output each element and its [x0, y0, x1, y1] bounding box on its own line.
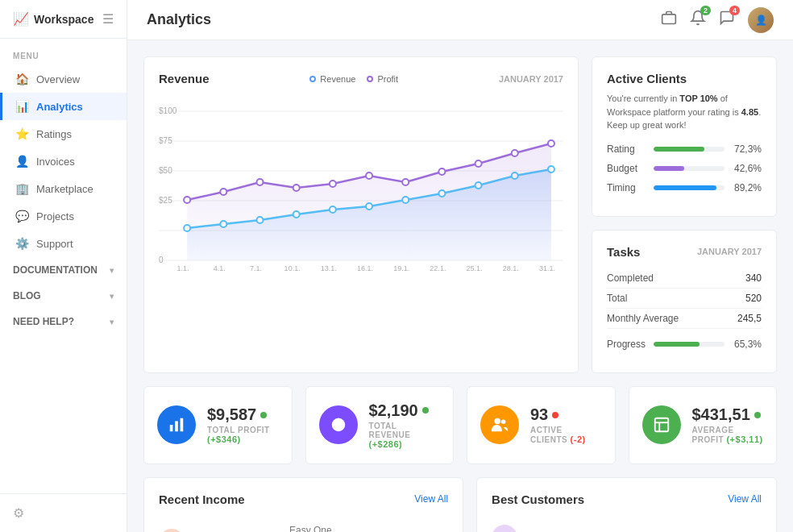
projects-icon: 💬 — [15, 210, 28, 222]
tasks-card: Tasks JANUARY 2017 Completed 340 Total 5… — [592, 230, 777, 373]
rating-value: 4.85 — [741, 107, 758, 117]
sidebar-item-analytics[interactable]: 📊 Analytics — [0, 93, 127, 120]
sidebar-item-label-projects: Projects — [36, 210, 74, 222]
chat-icon[interactable]: 4 — [719, 10, 735, 30]
clients-icon-wrap — [480, 405, 519, 444]
svg-text:10.1.: 10.1. — [284, 264, 301, 272]
timing-progress-row: Timing 89,2% — [607, 182, 762, 193]
sidebar-help-collapse[interactable]: NEED HELP? ▾ — [0, 309, 127, 335]
sidebar-item-invoices[interactable]: 👤 Invoices — [0, 148, 127, 175]
svg-text:0: 0 — [159, 256, 164, 264]
content-area: Revenue Revenue Profit JANUARY 2017 — [127, 40, 793, 532]
sidebar-docs-collapse[interactable]: DOCUMENTATION ▾ — [0, 257, 127, 283]
svg-rect-48 — [175, 421, 178, 431]
main-content: Analytics 2 4 👤 — [127, 0, 793, 532]
total-val: 520 — [745, 293, 762, 304]
invoices-icon: 👤 — [15, 155, 28, 168]
timing-fill — [654, 185, 716, 190]
sidebar-header: 📈 Workspace ☰ — [0, 0, 127, 39]
logo-text: Workspace — [34, 13, 93, 26]
svg-text:16.1.: 16.1. — [357, 264, 373, 272]
svg-text:4.1.: 4.1. — [214, 264, 226, 272]
sidebar-item-support[interactable]: ⚙️ Support — [0, 230, 127, 257]
svg-point-52 — [501, 420, 506, 425]
income-header: Recent Income View All — [159, 493, 448, 506]
revenue-chart-card: Revenue Revenue Profit JANUARY 2017 — [143, 56, 579, 373]
menu-section-label: MENU — [0, 39, 127, 65]
legend-profit: Profit — [367, 74, 398, 84]
side-cards: Active Clients You're currently in TOP 1… — [592, 56, 777, 373]
income-title: Recent Income — [159, 493, 245, 506]
chat-badge: 4 — [729, 6, 740, 15]
hamburger-icon[interactable]: ☰ — [102, 11, 114, 27]
best-customers-card: Best Customers View All BH Beatrice Hawk… — [476, 477, 777, 533]
customers-header: Best Customers View All — [492, 493, 762, 506]
svg-text:31.1.: 31.1. — [539, 264, 555, 272]
chart-header: Revenue Revenue Profit JANUARY 2017 — [159, 72, 563, 85]
stat-card-avg-profit: $431,51 AVERAGE PROFIT (+$3,11) — [629, 386, 778, 464]
budget-label: Budget — [607, 163, 647, 174]
revenue-icon-wrap — [319, 405, 358, 444]
avg-profit-label: AVERAGE PROFIT (+$3,11) — [692, 426, 764, 444]
help-chevron-icon: ▾ — [110, 318, 114, 326]
budget-track — [654, 166, 724, 171]
svg-text:7.1.: 7.1. — [250, 264, 262, 272]
total-key: Total — [607, 293, 627, 304]
svg-point-26 — [220, 189, 226, 195]
timing-value-pct: 89,2% — [731, 182, 762, 193]
stats-row: $9,587 TOTAL PROFIT (+$346) — [143, 386, 777, 464]
list-item: BH Beatrice Hawkins $1,200 3 Projects — [492, 517, 762, 533]
bell-icon[interactable]: 2 — [690, 10, 706, 30]
svg-text:28.1.: 28.1. — [503, 264, 519, 272]
svg-text:19.1.: 19.1. — [393, 264, 409, 272]
rating-fill — [654, 147, 704, 152]
sidebar-item-marketplace[interactable]: 🏢 Marketplace — [0, 175, 127, 202]
tasks-date: JANUARY 2017 — [697, 247, 762, 256]
stat-card-clients: 93 ACTIVE CLIENTS (-2) — [467, 386, 616, 464]
avg-profit-value: $431,51 — [692, 405, 764, 424]
chart-date: JANUARY 2017 — [499, 74, 563, 84]
revenue-info: $2,190 TOTAL REVENUE (+$286) — [369, 401, 441, 449]
sidebar-item-ratings[interactable]: ⭐ Ratings — [0, 120, 127, 148]
svg-point-29 — [330, 181, 336, 187]
stat-card-profit: $9,587 TOTAL PROFIT (+$346) — [143, 386, 293, 464]
svg-rect-47 — [170, 425, 173, 431]
svg-point-35 — [548, 140, 554, 147]
clients-value: 93 — [530, 405, 602, 424]
settings-icon[interactable]: ⚙ — [13, 506, 24, 520]
user-avatar[interactable]: 👤 — [748, 7, 774, 33]
completed-key: Completed — [607, 272, 654, 284]
topbar: Analytics 2 4 👤 — [127, 0, 793, 40]
sidebar-item-overview[interactable]: 🏠 Overview — [0, 65, 127, 93]
tasks-progress: Progress 65,3% — [607, 339, 762, 350]
svg-marker-24 — [187, 143, 551, 260]
sidebar-item-label-support: Support — [36, 238, 73, 250]
sidebar-blog-collapse[interactable]: BLOG ▾ — [0, 283, 127, 309]
sidebar-item-projects[interactable]: 💬 Projects — [0, 202, 127, 230]
customers-view-all[interactable]: View All — [728, 493, 762, 505]
clients-dot — [552, 412, 558, 418]
tasks-average-row: Monthly Average 245,5 — [607, 309, 762, 329]
bell-badge: 2 — [700, 6, 711, 15]
revenue-value: $2,190 — [369, 401, 441, 420]
active-clients-title: Active Clients — [607, 72, 762, 85]
profit-value: $9,587 — [207, 405, 279, 424]
profit-icon-wrap — [157, 405, 196, 444]
support-icon: ⚙️ — [15, 237, 28, 250]
svg-rect-0 — [662, 15, 676, 24]
avatar: MF — [159, 529, 185, 533]
chart-area: $100 $75 $50 $25 0 — [159, 95, 563, 272]
revenue-dot — [309, 76, 316, 82]
active-clients-card: Active Clients You're currently in TOP 1… — [592, 56, 777, 217]
average-key: Monthly Average — [607, 313, 679, 324]
help-label: NEED HELP? — [13, 316, 74, 327]
sidebar-item-label-marketplace: Marketplace — [36, 183, 93, 195]
progress-key: Progress — [607, 339, 647, 350]
briefcase-icon[interactable] — [661, 10, 677, 30]
svg-point-31 — [402, 179, 409, 185]
legend-profit-label: Profit — [377, 74, 398, 84]
income-view-all[interactable]: View All — [414, 493, 448, 505]
avatar: BH — [492, 525, 517, 533]
chart-legend: Revenue Profit — [309, 74, 398, 84]
sidebar-item-label-analytics: Analytics — [36, 101, 83, 113]
